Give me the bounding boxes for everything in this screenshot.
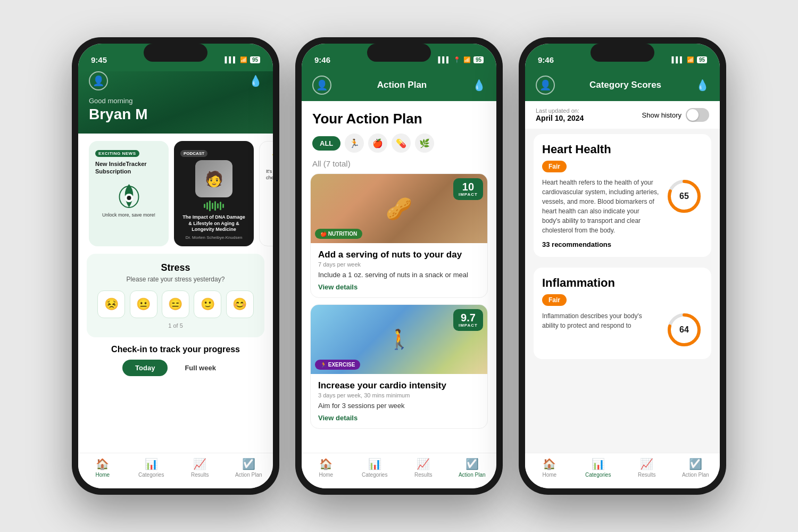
- status-time-1: 9:45: [91, 55, 107, 64]
- home-nav-icon-2: 🏠: [319, 458, 332, 470]
- news-title: New InsideTracker Subscription: [95, 160, 162, 176]
- filter-nutrition-btn[interactable]: 🍎: [368, 134, 387, 153]
- category-scores-header: 👤 Category Scores 💧: [525, 71, 720, 101]
- exercise-card-image: 🚶 9.7 IMPACT 🏃 EXERCISE: [311, 305, 487, 374]
- nav-home-3[interactable]: 🏠 Home: [534, 458, 566, 478]
- categories-nav-icon-1: 📊: [145, 458, 158, 470]
- news-subtitle: Unlock more, save more!: [95, 212, 162, 218]
- news-card[interactable]: EXCITING NEWS New InsideTracker Subscrip…: [89, 141, 169, 246]
- partial-card[interactable]: ⭐ It's nche...: [259, 141, 273, 246]
- filter-supplement-btn[interactable]: 💊: [392, 134, 411, 153]
- history-label: Show history: [642, 111, 681, 119]
- location-icon: 📍: [453, 56, 461, 63]
- filter-wellness-btn[interactable]: 🌿: [415, 134, 434, 153]
- action-nav-label-3: Action Plan: [682, 472, 709, 478]
- stress-emoji-2[interactable]: 😐: [130, 290, 157, 318]
- bottom-nav-2: 🏠 Home 📊 Categories 📈 Results ☑️ Action …: [302, 453, 496, 488]
- inflammation-description: Inflammation describes your body's abili…: [542, 311, 659, 330]
- inflammation-card[interactable]: Inflammation Fair Inflammation describes…: [534, 268, 711, 359]
- waveform: [180, 201, 247, 211]
- exercise-view-details-link[interactable]: View details: [318, 414, 480, 422]
- category-content: Last updated on: April 10, 2024 Show his…: [525, 101, 720, 453]
- nav-results-2[interactable]: 📈 Results: [408, 458, 439, 478]
- exercise-image-icon: 🚶: [387, 328, 411, 351]
- nav-action-1[interactable]: ☑️ Action Plan: [232, 458, 264, 478]
- categories-nav-label-3: Categories: [585, 472, 611, 478]
- avatar-icon[interactable]: 👤: [89, 71, 108, 90]
- exercise-impact-label: IMPACT: [459, 323, 478, 328]
- inflammation-body: Inflammation describes your body's abili…: [542, 311, 703, 351]
- update-info: Last updated on: April 10, 2024: [536, 107, 584, 122]
- checkin-tabs: Today Full week: [87, 360, 264, 376]
- phone1: 9:45 ▌▌▌ 📶 95 👤 💧 Good morning Bryan M E…: [72, 37, 279, 495]
- action-nav-label-2: Action Plan: [459, 472, 486, 478]
- nav-results-3[interactable]: 📈 Results: [631, 458, 663, 478]
- categories-nav-icon-2: 📊: [368, 458, 381, 470]
- nuts-view-details-link[interactable]: View details: [318, 283, 480, 291]
- avatar-icon-2[interactable]: 👤: [312, 76, 331, 95]
- history-row: Show history: [642, 108, 709, 122]
- update-date: April 10, 2024: [536, 114, 584, 122]
- phone2: 9:46 ▌▌▌ 📍 📶 95 👤 Action Plan 💧 Your Act…: [295, 37, 503, 495]
- exercise-category-badge: 🏃 EXERCISE: [315, 360, 360, 370]
- home-nav-label-1: Home: [95, 472, 110, 478]
- home-nav-icon-1: 🏠: [96, 458, 109, 470]
- svg-text:64: 64: [679, 325, 689, 334]
- action-plan-page-title: Your Action Plan: [302, 101, 496, 134]
- categories-nav-label-1: Categories: [138, 472, 164, 478]
- checkin-fullweek-tab[interactable]: Full week: [172, 360, 229, 376]
- all-count: All (7 total): [302, 159, 496, 173]
- nav-categories-3[interactable]: 📊 Categories: [582, 458, 614, 478]
- exercise-impact-badge: 9.7 IMPACT: [453, 309, 483, 331]
- heart-health-card[interactable]: Heart Health Fair Heart health refers to…: [534, 134, 711, 257]
- nuts-card[interactable]: 🥜 10 IMPACT 🍎 NUTRITION Add a serving of…: [310, 173, 488, 298]
- podcast-card[interactable]: PODCAST 🧑 The Impact of DNA Damag: [174, 141, 254, 246]
- checkin-today-tab[interactable]: Today: [122, 360, 168, 376]
- status-time-3: 9:46: [538, 55, 554, 64]
- stress-emoji-3[interactable]: 😑: [162, 290, 189, 318]
- stress-title: Stress: [95, 262, 256, 273]
- nav-categories-1[interactable]: 📊 Categories: [135, 458, 167, 478]
- inflammation-circle-svg: 64: [666, 311, 703, 348]
- drop-icon-3[interactable]: 💧: [696, 79, 709, 92]
- results-nav-label-1: Results: [191, 472, 209, 478]
- nuts-card-freq: 7 days per week: [318, 261, 480, 268]
- update-label: Last updated on:: [536, 107, 584, 114]
- podcast-title: The Impact of DNA Damage & Lifestyle on …: [180, 214, 247, 233]
- nav-action-3[interactable]: ☑️ Action Plan: [679, 458, 711, 478]
- nav-action-2[interactable]: ☑️ Action Plan: [456, 458, 488, 478]
- filter-all-btn[interactable]: ALL: [312, 136, 340, 151]
- nuts-card-image: 🥜 10 IMPACT 🍎 NUTRITION: [311, 174, 487, 243]
- stress-emoji-5[interactable]: 😊: [226, 290, 254, 318]
- show-history-toggle[interactable]: [686, 108, 709, 122]
- heart-health-body: Heart health refers to the health of you…: [542, 178, 703, 235]
- home-nav-icon-3: 🏠: [543, 458, 556, 470]
- action-plan-header: 👤 Action Plan 💧: [302, 71, 496, 101]
- drop-icon-2[interactable]: 💧: [472, 79, 486, 92]
- drop-icon[interactable]: 💧: [249, 74, 262, 87]
- nav-results-1[interactable]: 📈 Results: [184, 458, 216, 478]
- nav-categories-2[interactable]: 📊 Categories: [359, 458, 390, 478]
- nuts-impact-label: IMPACT: [459, 192, 478, 197]
- nuts-impact-badge: 10 IMPACT: [453, 178, 483, 200]
- home-nav-label-2: Home: [319, 472, 333, 478]
- notch3: [591, 44, 654, 62]
- action-plan-header-title: Action Plan: [331, 80, 472, 90]
- filter-exercise-btn[interactable]: 🏃: [345, 134, 364, 153]
- heart-circle-svg: 65: [666, 178, 703, 215]
- category-scores-header-title: Category Scores: [555, 80, 696, 90]
- nav-home-1[interactable]: 🏠 Home: [87, 458, 119, 478]
- nav-home-2[interactable]: 🏠 Home: [310, 458, 342, 478]
- cards-row: EXCITING NEWS New InsideTracker Subscrip…: [78, 134, 273, 254]
- checkin-title: Check-in to track your progress: [87, 345, 264, 354]
- podcast-person-icon: 🧑: [205, 170, 223, 188]
- podcast-author: Dr. Morten Scheibye-Knudsen: [180, 235, 247, 240]
- categories-nav-icon-3: 📊: [592, 458, 605, 470]
- stress-emoji-1[interactable]: 😣: [97, 290, 125, 318]
- avatar-icon-3[interactable]: 👤: [536, 76, 555, 95]
- signal-icon-2: ▌▌▌: [438, 56, 450, 63]
- exercise-card[interactable]: 🚶 9.7 IMPACT 🏃 EXERCISE Increase your ca…: [310, 304, 488, 429]
- heart-health-score-circle: 65: [666, 178, 703, 217]
- stress-emoji-4[interactable]: 🙂: [194, 290, 221, 318]
- svg-point-2: [127, 196, 131, 200]
